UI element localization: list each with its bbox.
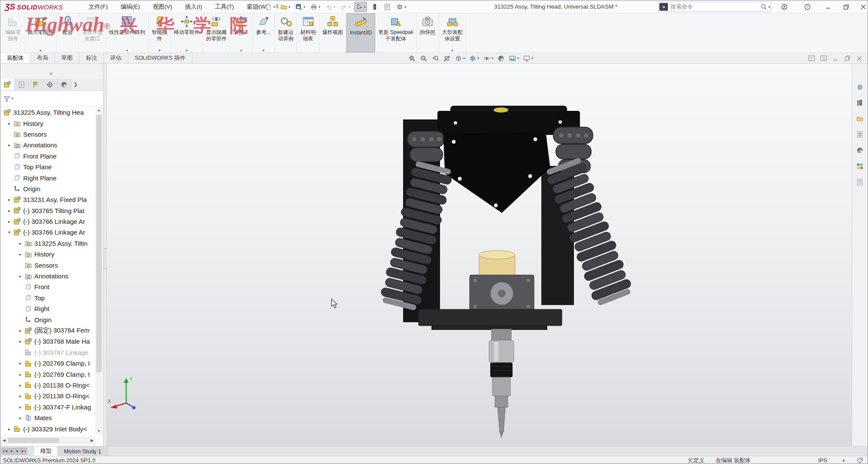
select-button[interactable]: ▾ — [354, 2, 367, 12]
menu-2[interactable]: 视图(V) — [152, 2, 173, 12]
tab-dimxpertmanager[interactable] — [43, 79, 57, 90]
tab-first-button[interactable]: ❙◀ — [2, 448, 8, 455]
expander-right-icon[interactable]: ▸ — [16, 339, 25, 344]
tree-item[interactable]: Right — [0, 303, 103, 314]
hscroll-thumb[interactable] — [8, 438, 59, 443]
panel-tabs-more-button[interactable]: ❯ — [71, 79, 80, 90]
dropdown-icon[interactable]: ▾ — [186, 49, 188, 52]
dropdown-icon[interactable]: ▾ — [39, 49, 41, 52]
scroll-up-icon[interactable]: ▲ — [95, 107, 103, 113]
tab-last-button[interactable]: ▶❙ — [21, 448, 27, 455]
status-units[interactable]: IPS — [818, 456, 827, 464]
taskpane-resources-button[interactable] — [855, 82, 865, 92]
expander-right-icon[interactable]: ▸ — [16, 415, 25, 420]
dropdown-icon[interactable]: ▾ — [517, 56, 519, 60]
search-input[interactable]: 搜索命令 — [671, 3, 760, 11]
previous-view-button[interactable] — [431, 55, 439, 62]
dropdown-icon[interactable]: ▾ — [262, 49, 264, 52]
taskpane-appearances-button[interactable] — [855, 145, 865, 156]
menu-0[interactable]: 文件(F) — [88, 2, 109, 12]
expander-right-icon[interactable]: ▸ — [5, 208, 14, 213]
panel-splitter-grip[interactable] — [49, 72, 52, 75]
section-view-button[interactable] — [443, 55, 451, 62]
command-tab-5[interactable]: SOLIDWORKS 插件 — [128, 53, 192, 63]
tree-item[interactable]: Front Plane — [0, 151, 103, 162]
view-orientation-button[interactable]: ▾ — [455, 55, 465, 62]
taskpane-scenes-button[interactable] — [855, 161, 865, 171]
dropdown-icon[interactable]: ▾ — [531, 56, 533, 60]
mate-button[interactable]: 配合 — [57, 13, 79, 52]
scroll-down-icon[interactable]: ▼ — [95, 428, 103, 434]
tree-item[interactable]: ▸313231 Asy, Fixed Pla — [0, 194, 103, 205]
open-button[interactable]: ▾ — [279, 2, 291, 12]
graphics-viewport[interactable]: Y X — [107, 64, 853, 446]
tree-item[interactable]: ▸313225 Assy, Tiltin — [0, 238, 103, 249]
menu-4[interactable]: 工具(T) — [214, 2, 235, 12]
apply-scene-button[interactable]: ▾ — [509, 55, 519, 62]
tab-prev-button[interactable]: ◀ — [8, 448, 14, 455]
filter-funnel-icon[interactable] — [3, 95, 11, 103]
expander-right-icon[interactable]: ▸ — [5, 197, 14, 202]
display-style-button[interactable]: ▾ — [469, 55, 479, 62]
dropdown-icon[interactable]: ▾ — [126, 49, 128, 52]
tree-item[interactable]: Sensors — [0, 259, 103, 270]
insert-component-button[interactable]: 插入零部件▾ — [24, 13, 57, 52]
tree-item[interactable]: ▸History — [0, 118, 103, 128]
dropdown-icon[interactable]: ▾ — [477, 56, 479, 60]
expander-right-icon[interactable]: ▸ — [16, 394, 25, 398]
view-settings-button[interactable]: ▾ — [523, 55, 533, 62]
tab-next-button[interactable]: ▶ — [15, 448, 21, 455]
edit-component-button[interactable]: 编辑零部件 — [2, 13, 24, 52]
expander-right-icon[interactable]: ▸ — [5, 121, 14, 126]
tree-vertical-scrollbar[interactable]: ▲ ▼ — [95, 107, 103, 434]
exploded-view-button[interactable]: 爆炸视图 — [319, 13, 346, 52]
close-button[interactable] — [857, 0, 868, 13]
scroll-thumb[interactable] — [96, 115, 102, 372]
expander-right-icon[interactable]: ▸ — [5, 219, 14, 224]
pane-right-button[interactable] — [818, 53, 829, 64]
expander-down-icon[interactable]: ▾ — [5, 230, 14, 235]
filter-dropdown-icon[interactable]: ▾ — [12, 97, 13, 101]
dropdown-icon[interactable]: ▾ — [158, 49, 160, 52]
tree-item[interactable]: ▸(-) 303768 Male Ha — [0, 336, 103, 347]
options-button[interactable]: ▾ — [395, 2, 407, 12]
tree-item[interactable]: ▾(-) 303766 Linkage Ar — [0, 227, 103, 238]
units-dropdown-icon[interactable]: ▲ — [842, 456, 846, 464]
tab-displaymanager[interactable] — [57, 79, 71, 90]
tree-item[interactable]: Front — [0, 281, 103, 292]
tree-item[interactable]: ▸AAnnotations — [0, 140, 103, 150]
home-button[interactable] — [252, 2, 261, 12]
hide-show-items-button[interactable]: ▾ — [483, 55, 493, 62]
large-assembly-settings-button[interactable]: 大型装配体设置▾ — [439, 13, 466, 52]
tree-item[interactable]: ▸History — [0, 249, 103, 259]
tab-configurationmanager[interactable] — [29, 79, 43, 90]
update-speedpak-button[interactable]: 更新 Speedpak子装配体 — [375, 13, 416, 52]
show-hidden-components-button[interactable]: 显示隐藏的零部件 — [203, 13, 230, 52]
move-component-button[interactable]: 移动零部件▾ — [171, 13, 203, 52]
tree-item[interactable]: ▸(固定) 303764 Fem — [0, 325, 103, 336]
command-tab-0[interactable]: 装配体 — [0, 53, 30, 63]
expander-right-icon[interactable]: ▸ — [16, 372, 25, 377]
tree-item[interactable]: Sensors — [0, 129, 103, 140]
taskpane-design-library-button[interactable] — [855, 98, 865, 108]
zoom-to-area-button[interactable] — [420, 55, 428, 62]
tree-item[interactable]: ▸(-) 201138 O-Ring< — [0, 391, 103, 401]
dropdown-icon[interactable]: ▾ — [273, 5, 275, 9]
expander-right-icon[interactable]: ▸ — [16, 241, 25, 246]
doc-close-button[interactable] — [854, 53, 865, 64]
tab-propertymanager[interactable] — [15, 79, 29, 90]
tree-item[interactable]: Origin — [0, 183, 103, 194]
doc-tab-1[interactable]: Motion Study 1 — [58, 446, 108, 456]
take-snapshot-button[interactable]: 拍快照 — [417, 13, 439, 52]
new-motion-study-button[interactable]: 新建运动算例 — [275, 13, 297, 52]
tree-horizontal-scrollbar[interactable]: ◀ ▶ — [0, 437, 96, 444]
expander-right-icon[interactable]: ▸ — [16, 274, 25, 278]
command-tab-1[interactable]: 布局 — [30, 53, 55, 63]
taskpane-custom-properties-button[interactable] — [855, 177, 865, 187]
minimize-button[interactable] — [822, 0, 834, 13]
dropdown-icon[interactable]: ▾ — [492, 56, 493, 60]
tree-item[interactable]: ▸(-) 201138 O-Ring< — [0, 380, 103, 391]
tree-item[interactable]: ▸(-) 303329 Inlet Body< — [0, 423, 103, 434]
taskpane-view-palette-button[interactable] — [855, 129, 865, 140]
component-preview-window-button[interactable]: 零部件预览窗口 — [79, 13, 106, 52]
